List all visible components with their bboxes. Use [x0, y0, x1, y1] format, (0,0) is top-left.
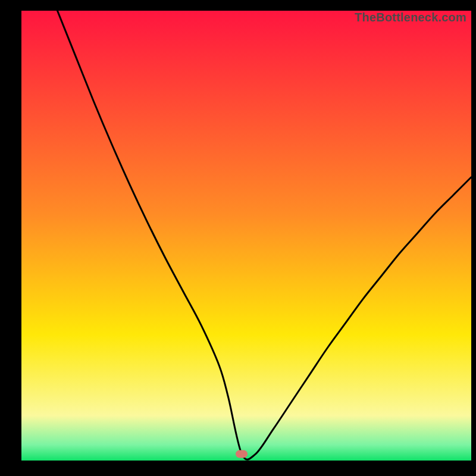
optimum-marker — [236, 450, 248, 458]
bottleneck-curve — [21, 11, 471, 461]
plot-area: TheBottleneck.com — [21, 11, 471, 461]
chart-frame: TheBottleneck.com — [0, 0, 476, 476]
watermark-label: TheBottleneck.com — [355, 11, 466, 24]
